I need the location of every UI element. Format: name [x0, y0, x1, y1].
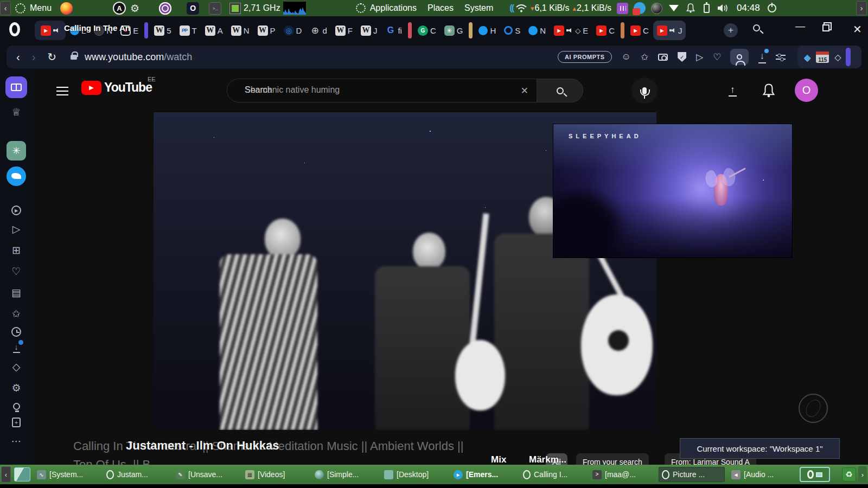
browser-tab[interactable]: WA — [201, 21, 227, 40]
lightbulb-icon[interactable] — [13, 403, 20, 410]
forward-button[interactable]: › — [32, 51, 36, 63]
browser-tab[interactable]: N — [525, 21, 550, 40]
page-settings-sliders-icon[interactable] — [776, 53, 786, 61]
reaction-smiley-icon[interactable]: ☺ — [622, 52, 631, 62]
tab-group-divider[interactable] — [621, 22, 624, 38]
browser-tab[interactable]: ▶ — [35, 21, 66, 40]
chatgpt-sidebar-icon[interactable]: ✳ — [7, 141, 26, 160]
speed-dial-grid-icon[interactable]: ⊞ — [12, 242, 21, 258]
taskbar-window-button[interactable]: ◄[Audio ... — [728, 467, 794, 482]
history-clock-icon[interactable] — [11, 327, 21, 337]
taskbar-window-button[interactable]: [Simple... — [311, 467, 378, 482]
taskbar-window-button[interactable]: ▦[Videos] — [242, 467, 308, 482]
pip-overlay-video[interactable]: SLEEPYHEAD — [553, 124, 792, 258]
tab-group-divider[interactable] — [408, 22, 412, 38]
browser-tab[interactable]: PPT — [176, 21, 201, 40]
maximize-button[interactable] — [822, 23, 829, 34]
browser-tab[interactable]: ◎D — [280, 21, 306, 40]
panel-expand-button[interactable]: › — [856, 1, 867, 15]
menu-applications[interactable]: Applications — [370, 3, 417, 13]
account-avatar[interactable]: O — [795, 79, 818, 102]
send-plane-icon[interactable]: ▷ — [12, 221, 21, 236]
menu-label[interactable]: Menu — [30, 3, 52, 13]
mate-menu-icon[interactable] — [15, 3, 25, 14]
search-button[interactable] — [537, 79, 583, 102]
browser-tab[interactable]: GC — [414, 21, 440, 40]
taskbar-window-button[interactable]: Picture ... — [659, 467, 725, 482]
youtube-logo[interactable]: ▶ YouTube — [81, 80, 152, 95]
menu-system[interactable]: System — [464, 3, 493, 13]
settings-gears-icon[interactable]: ⚙ — [130, 3, 139, 14]
cube-extension-icon[interactable]: ◇ — [834, 52, 841, 62]
url-field[interactable]: www.youtube.com/watch — [85, 52, 192, 63]
volume-icon[interactable] — [717, 4, 729, 12]
opera-launcher-icon[interactable]: O — [187, 2, 199, 15]
browser-tab[interactable]: L — [66, 21, 90, 40]
browser-tab[interactable]: ▶C — [592, 21, 618, 40]
taskbar-window-button[interactable]: [Desktop] — [381, 467, 447, 482]
power-icon[interactable] — [768, 4, 776, 12]
browser-tab[interactable]: WF — [331, 21, 356, 40]
taskbar-window-button[interactable]: Calling I... — [520, 467, 586, 482]
browser-tab[interactable]: Gfi — [381, 21, 406, 40]
sidebar-more-dots[interactable]: ⋯ — [11, 433, 22, 448]
taskbar-collapse-button[interactable]: ‹ — [1, 466, 11, 483]
clock[interactable]: 04:48 — [737, 3, 760, 14]
panel-collapse-button[interactable]: ‹ — [0, 1, 11, 15]
terminal-launcher-icon[interactable]: >_ — [209, 2, 221, 15]
extensions-cube-icon[interactable]: ◇ — [12, 359, 21, 374]
settings-gear-icon[interactable]: ⚙ — [11, 380, 21, 395]
twitter-sidebar-icon[interactable] — [7, 166, 26, 186]
notebook-add-icon[interactable] — [12, 418, 21, 427]
crown-icon[interactable]: ♕ — [11, 104, 21, 119]
browser-tab[interactable]: WN — [227, 21, 253, 40]
dropdown-triangle-icon[interactable] — [669, 5, 679, 11]
sphere-tray-icon[interactable] — [651, 3, 662, 14]
counter-extension-icon[interactable]: 115 — [816, 52, 829, 63]
firefox-icon[interactable] — [60, 2, 73, 15]
browser-tab[interactable]: ▶J — [653, 21, 686, 40]
search-input[interactable]: Shamanic native huming Search ✕ — [227, 79, 583, 102]
browser-tab[interactable]: WP — [254, 21, 279, 40]
applications-menu-icon[interactable] — [356, 3, 366, 13]
browser-tab[interactable]: WJ — [357, 21, 381, 40]
browser-tab[interactable]: H — [475, 21, 500, 40]
browser-tab[interactable]: ✳G — [441, 21, 467, 40]
browser-tab[interactable]: N — [90, 21, 116, 40]
trash-icon[interactable]: ♻ — [842, 467, 856, 481]
snapshot-camera-icon[interactable] — [658, 54, 668, 61]
taskbar-window-button[interactable]: ∿[System... — [34, 467, 100, 482]
site-lock-icon[interactable] — [71, 55, 77, 60]
hamburger-menu-icon[interactable] — [56, 87, 68, 88]
network-signal-icon[interactable]: (( — [509, 3, 513, 13]
tab-audio-icon[interactable] — [669, 27, 676, 34]
tab-search-icon[interactable] — [753, 23, 760, 34]
tab-group-divider[interactable] — [144, 22, 148, 38]
pinboard-icon[interactable]: ✩ — [641, 52, 648, 63]
taskbar-window-button[interactable]: ▸[Emers... — [450, 467, 516, 482]
taskbar-window-button[interactable]: >[maa@... — [589, 467, 655, 482]
tab-audio-icon[interactable] — [53, 27, 60, 34]
browser-tab[interactable]: ▶◇E — [550, 21, 592, 40]
wifi-icon[interactable] — [515, 3, 527, 13]
taskbar-expand-button[interactable]: › — [858, 466, 867, 483]
downloads-sidebar-icon[interactable]: ↓ — [13, 343, 20, 353]
channel-watermark[interactable] — [799, 394, 828, 423]
tab-audio-icon[interactable] — [566, 27, 573, 34]
search-tool-icon[interactable]: A — [113, 2, 126, 15]
upload-icon[interactable]: ↑ — [729, 85, 737, 97]
heart-icon[interactable]: ♡ — [11, 264, 21, 279]
play-circle-icon[interactable]: ▶ — [11, 206, 21, 215]
back-button[interactable]: ‹ — [16, 51, 20, 63]
browser-tab[interactable]: W5 — [150, 21, 175, 40]
close-button[interactable]: ✕ — [853, 23, 862, 36]
opera-window-button[interactable] — [800, 467, 830, 482]
browser-tab[interactable]: S — [500, 21, 524, 40]
profile-button[interactable] — [730, 49, 749, 65]
menu-places[interactable]: Places — [427, 3, 454, 13]
bookmark-heart-icon[interactable]: ♡ — [713, 52, 721, 63]
browser-tab[interactable]: E — [117, 21, 142, 40]
pinboard-star-icon[interactable]: ✩ — [12, 306, 21, 321]
clear-search-icon[interactable]: ✕ — [521, 85, 528, 97]
voice-search-button[interactable] — [631, 78, 658, 104]
